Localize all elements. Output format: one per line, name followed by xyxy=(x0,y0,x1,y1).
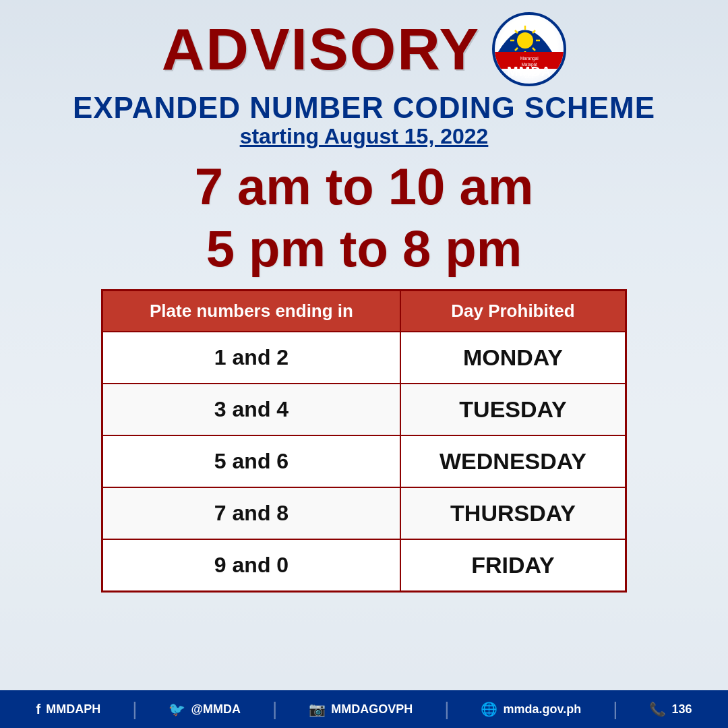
table-row: 5 and 6 WEDNESDAY xyxy=(102,435,626,487)
footer-divider-3: | xyxy=(444,698,449,720)
footer-website: 🌐 mmda.gov.ph xyxy=(481,701,581,717)
col1-header: Plate numbers ending in xyxy=(102,290,400,332)
footer-divider-2: | xyxy=(272,698,277,720)
twitter-icon: 🐦 xyxy=(169,701,185,717)
subtitle-block: EXPANDED NUMBER CODING SCHEME starting A… xyxy=(40,92,688,149)
mmda-tagline: Marangal Matapát Disiplinado Ako. xyxy=(497,55,561,80)
coding-table: Plate numbers ending in Day Prohibited 1… xyxy=(101,289,627,593)
footer-divider-1: | xyxy=(132,698,137,720)
subtitle-main: EXPANDED NUMBER CODING SCHEME xyxy=(40,92,688,124)
header-row: ADVISORY xyxy=(40,12,688,86)
footer-hotline-label: 136 xyxy=(671,702,692,717)
time-afternoon: 5 pm to 8 pm xyxy=(206,222,522,276)
day-cell: WEDNESDAY xyxy=(400,435,626,487)
table-row: 3 and 4 TUESDAY xyxy=(102,384,626,435)
day-cell: TUESDAY xyxy=(400,384,626,435)
time-morning-block: 7 am to 10 am xyxy=(195,160,534,214)
phone-icon: 📞 xyxy=(649,701,666,717)
plate-cell: 3 and 4 xyxy=(102,384,400,435)
table-row: 1 and 2 MONDAY xyxy=(102,332,626,384)
advisory-title: ADVISORY xyxy=(162,20,480,79)
plate-cell: 1 and 2 xyxy=(102,332,400,384)
footer-twitter: 🐦 @MMDA xyxy=(169,701,241,717)
time-afternoon-block: 5 pm to 8 pm xyxy=(206,222,522,276)
day-cell: FRIDAY xyxy=(400,539,626,592)
table-row: 7 and 8 THURSDAY xyxy=(102,487,626,539)
time-morning: 7 am to 10 am xyxy=(195,160,534,214)
mmda-logo-inner: MMDA Marangal Matapát Disiplinado Ako. xyxy=(495,15,564,84)
content-wrapper: ADVISORY xyxy=(0,0,728,728)
footer-facebook: f MMDAPH xyxy=(36,702,100,717)
subtitle-sub: starting August 15, 2022 xyxy=(40,124,688,149)
footer-twitter-label: @MMDA xyxy=(191,702,241,717)
table-header-row: Plate numbers ending in Day Prohibited xyxy=(102,290,626,332)
instagram-icon: 📷 xyxy=(309,701,326,717)
footer-website-label: mmda.gov.ph xyxy=(503,702,581,717)
plate-cell: 5 and 6 xyxy=(102,435,400,487)
facebook-icon: f xyxy=(36,702,40,717)
footer-hotline: 📞 136 xyxy=(649,701,692,717)
plate-cell: 7 and 8 xyxy=(102,487,400,539)
footer-facebook-label: MMDAPH xyxy=(46,702,100,717)
footer-instagram: 📷 MMDAGOVPH xyxy=(309,701,413,717)
footer-instagram-label: MMDAGOVPH xyxy=(331,702,413,717)
footer: f MMDAPH | 🐦 @MMDA | 📷 MMDAGOVPH | 🌐 mmd… xyxy=(0,690,728,728)
day-cell: THURSDAY xyxy=(400,487,626,539)
table-row: 9 and 0 FRIDAY xyxy=(102,539,626,592)
day-cell: MONDAY xyxy=(400,332,626,384)
globe-icon: 🌐 xyxy=(481,701,497,717)
plate-cell: 9 and 0 xyxy=(102,539,400,592)
col2-header: Day Prohibited xyxy=(400,290,626,332)
footer-divider-4: | xyxy=(613,698,617,720)
mmda-logo: MMDA Marangal Matapát Disiplinado Ako. xyxy=(492,12,566,86)
